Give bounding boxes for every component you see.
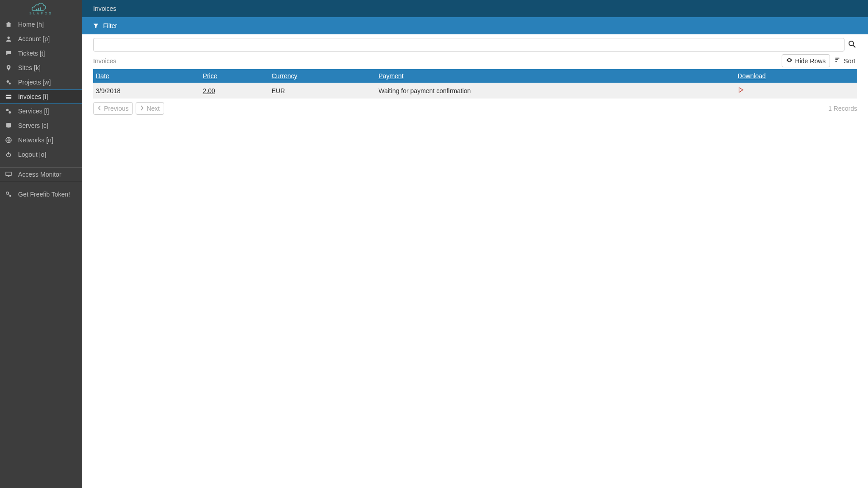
svg-rect-14 (6, 172, 11, 176)
sidebar-item-account[interactable]: Account [p] (0, 32, 82, 46)
sidebar-item-label: Access Monitor (18, 171, 61, 178)
logo-cloud-icon (29, 2, 47, 13)
sidebar-item-freefib-token[interactable]: Get Freefib Token! (0, 187, 82, 202)
main: Invoices Filter Invoices Hide Rows (82, 0, 868, 488)
col-date[interactable]: Date (96, 72, 109, 80)
page-header: Invoices (82, 0, 868, 17)
user-icon (5, 36, 13, 42)
sort-label: Sort (844, 57, 855, 65)
svg-rect-18 (835, 59, 838, 60)
svg-rect-2 (40, 7, 41, 11)
sidebar-item-home[interactable]: Home [h] (0, 17, 82, 32)
sidebar-item-services[interactable]: Services [l] (0, 104, 82, 118)
svg-point-3 (7, 37, 9, 39)
globe-icon (5, 137, 13, 143)
card-icon (5, 94, 13, 100)
sidebar-item-networks[interactable]: Networks [n] (0, 133, 82, 147)
svg-rect-7 (6, 96, 11, 97)
sidebar-item-label: Logout [o] (18, 151, 46, 158)
eye-icon (786, 57, 793, 65)
hide-rows-button[interactable]: Hide Rows (782, 54, 830, 67)
svg-rect-17 (835, 58, 840, 59)
sidebar-item-label: Invoices [i] (18, 93, 48, 100)
col-payment[interactable]: Payment (378, 72, 403, 80)
next-label: Next (146, 105, 160, 112)
invoices-table: Date Price Currency Payment Download 3/9… (93, 69, 857, 99)
col-price[interactable]: Price (203, 72, 217, 80)
col-download[interactable]: Download (738, 72, 766, 80)
sidebar: SLAPOS Home [h] Account [p] Tickets [t] … (0, 0, 82, 488)
col-currency[interactable]: Currency (272, 72, 297, 80)
sort-button[interactable]: Sort (833, 54, 857, 67)
svg-rect-19 (835, 61, 837, 62)
pin-icon (5, 65, 13, 71)
svg-point-9 (9, 111, 11, 113)
sort-icon (835, 57, 841, 65)
section-title: Invoices (93, 57, 116, 65)
download-icon (738, 87, 744, 94)
search-icon (849, 41, 856, 49)
sidebar-item-label: Projects [w] (18, 79, 51, 86)
svg-rect-1 (38, 8, 39, 11)
filter-label: Filter (103, 22, 117, 29)
sidebar-item-label: Networks [n] (18, 136, 53, 144)
search-input[interactable] (93, 38, 844, 52)
chevron-right-icon (140, 105, 144, 112)
sidebar-item-access-monitor[interactable]: Access Monitor (0, 167, 82, 182)
sidebar-item-label: Sites [k] (18, 64, 41, 71)
download-button[interactable] (738, 87, 744, 94)
records-count: 1 Records (828, 105, 857, 112)
home-icon (5, 21, 13, 28)
logo: SLAPOS (0, 0, 82, 17)
table-header-row: Date Price Currency Payment Download (93, 69, 857, 83)
monitor-icon (5, 171, 13, 178)
svg-rect-13 (8, 152, 9, 155)
svg-point-4 (7, 80, 9, 83)
cell-payment: Waiting for payment confirmation (378, 87, 471, 94)
svg-rect-0 (36, 9, 38, 11)
filter-bar[interactable]: Filter (82, 17, 868, 34)
hide-rows-label: Hide Rows (795, 57, 826, 65)
search-button[interactable] (847, 40, 857, 50)
gears-icon (5, 79, 13, 85)
db-icon (5, 122, 13, 129)
sidebar-item-projects[interactable]: Projects [w] (0, 75, 82, 89)
next-button[interactable]: Next (136, 102, 164, 115)
svg-point-8 (6, 109, 9, 111)
key-icon (5, 191, 13, 197)
cell-currency: EUR (272, 87, 285, 94)
sidebar-item-label: Tickets [t] (18, 50, 45, 57)
cogs-icon (5, 108, 13, 114)
filter-icon (93, 23, 99, 28)
cell-date: 3/9/2018 (96, 87, 121, 94)
chat-icon (5, 50, 13, 56)
previous-button[interactable]: Previous (93, 102, 133, 115)
sidebar-item-label: Get Freefib Token! (18, 191, 70, 198)
sidebar-item-tickets[interactable]: Tickets [t] (0, 46, 82, 61)
svg-point-16 (849, 41, 854, 46)
cell-price[interactable]: 2.00 (203, 87, 215, 94)
table-row: 3/9/2018 2.00 EUR Waiting for payment co… (93, 83, 857, 99)
sidebar-item-label: Account [p] (18, 35, 50, 42)
sidebar-item-invoices[interactable]: Invoices [i] (0, 89, 82, 104)
sidebar-item-servers[interactable]: Servers [c] (0, 118, 82, 133)
chevron-left-icon (98, 105, 101, 112)
sidebar-item-label: Home [h] (18, 21, 44, 28)
page-title: Invoices (93, 5, 116, 12)
sidebar-item-sites[interactable]: Sites [k] (0, 61, 82, 75)
svg-point-5 (9, 82, 10, 84)
power-icon (5, 151, 13, 158)
sidebar-item-logout[interactable]: Logout [o] (0, 147, 82, 162)
previous-label: Previous (104, 105, 128, 112)
sidebar-item-label: Servers [c] (18, 122, 48, 129)
sidebar-item-label: Services [l] (18, 108, 49, 115)
